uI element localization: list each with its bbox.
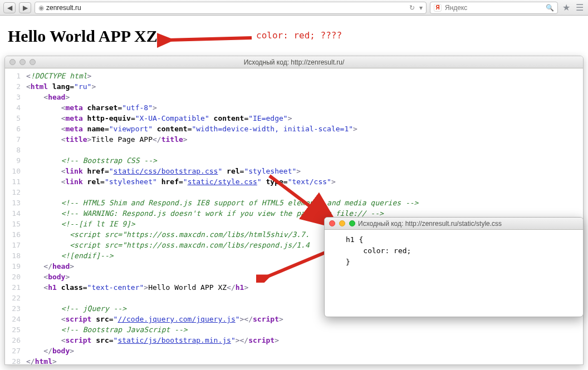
code-line[interactable]: 1<!DOCTYPE html> (5, 71, 583, 81)
line-number: 14 (5, 208, 26, 219)
annotation-text: color: red; ???? (256, 30, 342, 41)
line-number: 26 (5, 335, 26, 346)
code-content[interactable]: <!-- Bootstrap CSS --> (26, 155, 583, 166)
code-content[interactable]: </html> (26, 356, 583, 365)
code-content[interactable]: <meta name="viewport" content="width=dev… (26, 124, 583, 134)
code-line[interactable]: 6 <meta name="viewport" content="width=d… (5, 124, 583, 134)
line-number: 22 (5, 293, 26, 303)
code-content[interactable] (26, 187, 583, 198)
source-titlebar[interactable]: Исходный код: http://zenresult.ru/ (5, 56, 583, 68)
line-number: 4 (5, 102, 26, 113)
code-line[interactable]: 9 <!-- Bootstrap CSS --> (5, 155, 583, 166)
line-number: 2 (5, 81, 26, 92)
code-content[interactable]: <meta charset="utf-8"> (26, 102, 583, 113)
code-line[interactable]: 11 <link rel="stylesheet" href="static/s… (5, 176, 583, 187)
css-popup-window: Исходный код: http://zenresult.ru/static… (324, 217, 584, 317)
code-content[interactable]: <html lang="ru"> (26, 81, 583, 92)
line-number: 6 (5, 124, 26, 134)
reload-icon[interactable]: ↻ (409, 4, 415, 12)
code-content[interactable]: <head> (26, 92, 583, 102)
search-placeholder: Яндекс (445, 4, 467, 12)
line-number: 19 (5, 261, 26, 272)
popup-close-icon[interactable] (329, 220, 335, 226)
nav-forward-button[interactable]: ▶ (19, 2, 31, 13)
line-number: 16 (5, 229, 26, 240)
line-number: 27 (5, 346, 26, 356)
line-number: 15 (5, 219, 26, 229)
code-line[interactable]: 27 </body> (5, 346, 583, 356)
line-number: 9 (5, 155, 26, 166)
max-traffic-icon[interactable] (30, 59, 36, 65)
popup-traffic-lights (329, 220, 355, 226)
min-traffic-icon[interactable] (19, 59, 26, 65)
line-number: 17 (5, 240, 26, 250)
css-popup-titlebar[interactable]: Исходный код: http://zenresult.ru/static… (325, 218, 583, 230)
code-line[interactable]: 2<html lang="ru"> (5, 81, 583, 92)
code-content[interactable]: </body> (26, 346, 583, 356)
popup-min-icon[interactable] (339, 220, 345, 226)
line-number: 20 (5, 272, 26, 282)
reader-icon[interactable]: ▾ (419, 4, 423, 12)
line-number: 5 (5, 113, 26, 124)
search-magnifier-icon[interactable]: 🔍 (546, 4, 554, 12)
globe-icon: ◉ (38, 4, 44, 12)
line-number: 18 (5, 250, 26, 261)
code-line[interactable]: 13 <!-- HTML5 Shim and Respond.js IE8 su… (5, 198, 583, 208)
code-line[interactable]: 28</html> (5, 356, 583, 365)
code-content[interactable]: <link rel="stylesheet" href="static/styl… (26, 176, 583, 187)
code-line[interactable]: 8 (5, 145, 583, 155)
line-number: 28 (5, 356, 26, 365)
close-traffic-icon[interactable] (9, 59, 16, 65)
nav-back-button[interactable]: ◀ (3, 2, 16, 13)
browser-toolbar: ◀ ▶ ◉ zenresult.ru ↻ ▾ Я Яндекс 🔍 ★ ☰ (0, 0, 588, 16)
menu-icon[interactable]: ☰ (575, 2, 585, 13)
search-field[interactable]: Я Яндекс 🔍 (430, 2, 558, 14)
code-content[interactable] (26, 145, 583, 155)
star-icon[interactable]: ★ (561, 2, 571, 13)
code-content[interactable]: <title>Title Page APP</title> (26, 134, 583, 145)
css-popup-title: Исходный код: http://zenresult.ru/static… (358, 220, 579, 228)
line-number: 11 (5, 176, 26, 187)
line-number: 21 (5, 282, 26, 293)
line-number: 7 (5, 134, 26, 145)
line-number: 25 (5, 324, 26, 335)
line-number: 12 (5, 187, 26, 198)
code-content[interactable]: <!-- Bootstrap JavaScript --> (26, 324, 583, 335)
line-number: 1 (5, 71, 26, 81)
code-content[interactable]: <script src="static/js/bootstrap.min.js"… (26, 335, 583, 346)
yandex-icon: Я (434, 4, 442, 12)
traffic-lights (9, 59, 36, 65)
source-window-title: Исходный код: http://zenresult.ru/ (5, 58, 583, 66)
code-content[interactable]: <!DOCTYPE html> (26, 71, 583, 81)
code-line[interactable]: 25 <!-- Bootstrap JavaScript --> (5, 324, 583, 335)
code-content[interactable]: <!-- HTML5 Shim and Respond.js IE8 suppo… (26, 198, 583, 208)
code-line[interactable]: 3 <head> (5, 92, 583, 102)
code-line[interactable]: 12 (5, 187, 583, 198)
code-line[interactable]: 7 <title>Title Page APP</title> (5, 134, 583, 145)
line-number: 23 (5, 303, 26, 314)
code-line[interactable]: 10 <link href="static/css/bootstrap.css"… (5, 166, 583, 176)
line-number: 13 (5, 198, 26, 208)
code-line[interactable]: 4 <meta charset="utf-8"> (5, 102, 583, 113)
line-number: 8 (5, 145, 26, 155)
css-popup-body[interactable]: h1 { color: red; } (325, 230, 583, 268)
url-field[interactable]: ◉ zenresult.ru ↻ ▾ (35, 2, 427, 14)
line-number: 24 (5, 314, 26, 324)
code-line[interactable]: 5 <meta http-equiv="X-UA-Compatible" con… (5, 113, 583, 124)
popup-max-icon[interactable] (349, 220, 355, 226)
line-number: 10 (5, 166, 26, 176)
url-text: zenresult.ru (46, 4, 81, 12)
source-window: Исходный код: http://zenresult.ru/ 1<!DO… (4, 56, 584, 365)
code-line[interactable]: 26 <script src="static/js/bootstrap.min.… (5, 335, 583, 346)
code-content[interactable]: <link href="static/css/bootstrap.css" re… (26, 166, 583, 176)
code-content[interactable]: <meta http-equiv="X-UA-Compatible" conte… (26, 113, 583, 124)
line-number: 3 (5, 92, 26, 102)
